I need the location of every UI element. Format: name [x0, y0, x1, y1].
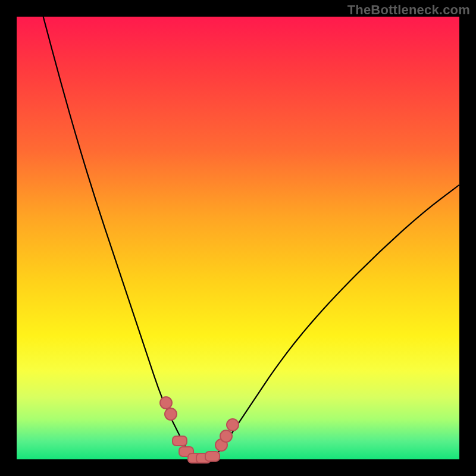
data-marker: [172, 436, 187, 446]
right-curve: [211, 185, 459, 459]
data-marker: [220, 430, 233, 443]
plot-area: [17, 17, 459, 459]
curve-layer: [17, 17, 459, 459]
data-marker: [205, 451, 220, 462]
watermark-text: TheBottleneck.com: [347, 2, 470, 18]
left-curve: [43, 17, 194, 459]
chart-frame: TheBottleneck.com: [0, 0, 476, 476]
data-marker: [164, 408, 177, 421]
